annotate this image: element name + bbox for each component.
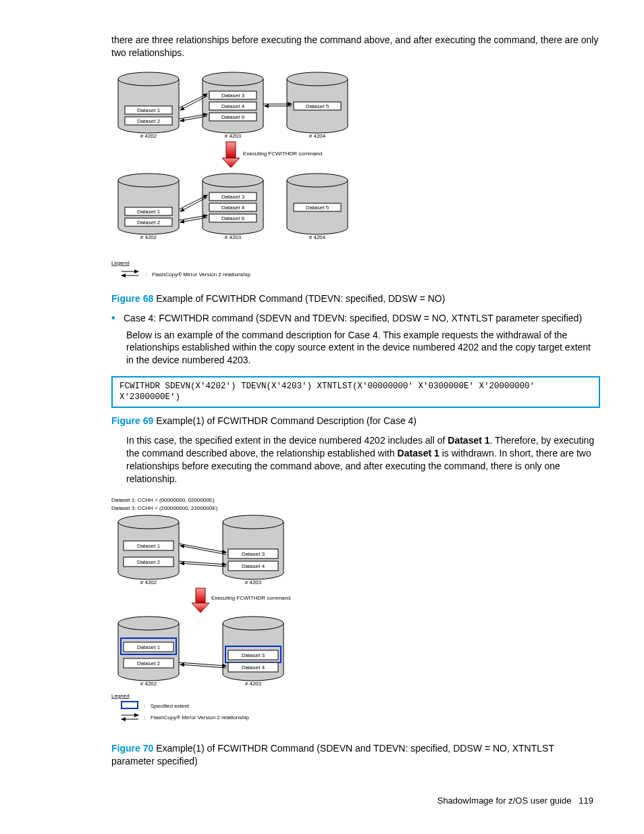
svg-text:Dataset 3: Dataset 3 [242,551,265,557]
footer-title: ShadowImage for z/OS user guide [437,796,572,806]
code-example-69: FCWITHDR SDEVN(X'4202') TDEVN(X'4203') X… [111,376,600,408]
svg-text:Dataset 5: Dataset 5 [306,103,329,109]
svg-point-93 [223,515,284,529]
svg-text:FlashCopy® Mirror Version 2 re: FlashCopy® Mirror Version 2 relationship [151,714,250,721]
svg-text:# 4204: # 4204 [309,234,326,240]
svg-point-4 [118,72,179,86]
figure-68-text: Example of FCWITHDR Command (TDEVN: spec… [156,293,445,304]
svg-point-26 [287,72,348,86]
svg-text:Dataset 1: Dataset 1 [137,644,161,650]
case4-paragraph: Below is an example of the command descr… [126,329,600,367]
svg-text:Dataset 6: Dataset 6 [221,215,245,221]
svg-text:Dataset 1: Dataset 1 [137,543,161,549]
svg-text:# 4203: # 4203 [245,681,262,687]
svg-text:Legend: Legend [111,260,130,266]
svg-text:Executing FCWITHDR command: Executing FCWITHDR command [243,151,322,157]
svg-point-109 [118,617,179,630]
figure-70-label: Figure 70 [111,743,153,754]
svg-text:Dataset 2: Dataset 2 [137,660,161,667]
svg-point-52 [203,174,263,187]
figure-69-text: Example(1) of FCWITHDR Command Descripti… [156,415,417,426]
svg-text:# 4204: # 4204 [309,133,326,139]
svg-line-100 [180,546,226,554]
svg-line-101 [179,561,226,565]
intro-paragraph: there are three relationships before exe… [111,34,600,59]
svg-text:Executing FCWITHDR command: Executing FCWITHDR command [211,595,290,601]
svg-text:Dataset 4: Dataset 4 [242,664,265,671]
svg-text:# 4202: # 4202 [140,681,157,687]
footer-page: 119 [579,796,593,806]
figure-69-caption: Figure 69 Example(1) of FCWITHDR Command… [111,415,600,427]
svg-text:Dataset 3:   CCHH = (200000000: Dataset 3: CCHH = (200000000, 2200000E) [111,505,218,511]
svg-text:Dataset 4: Dataset 4 [221,103,245,109]
bullet-icon: • [111,312,124,325]
svg-text:# 4202: # 4202 [140,234,157,240]
figure-70-caption: Figure 70 Example(1) of FCWITHDR Command… [111,742,580,768]
svg-rect-103 [196,588,205,603]
svg-rect-36 [226,142,236,158]
svg-line-128 [180,664,226,668]
svg-line-127 [179,662,226,666]
svg-text:Dataset 5: Dataset 5 [306,205,329,211]
svg-text:# 4203: # 4203 [245,579,262,585]
svg-point-120 [223,617,284,630]
svg-text::: : [145,271,146,278]
svg-line-99 [179,544,226,552]
svg-text::: : [144,714,145,721]
svg-point-14 [203,72,263,86]
mid-paragraph: In this case, the specified extent in th… [126,434,600,486]
svg-text:# 4203: # 4203 [225,234,242,240]
svg-text:Legned: Legned [111,693,130,699]
figure-68-diagram: Dataset 1 Dataset 2 # 4202 Dataset 3 Dat… [111,69,600,288]
svg-text:Dataset 3: Dataset 3 [221,194,245,200]
svg-text:# 4202: # 4202 [140,133,157,139]
svg-text:Dataset 2: Dataset 2 [137,219,161,226]
figure-68-label: Figure 68 [111,293,153,304]
svg-text:FlashCopy® Mirror Version 2 re: FlashCopy® Mirror Version 2 relationship [152,271,251,278]
svg-text:# 4202: # 4202 [140,579,157,585]
svg-text:Dataset 1: Dataset 1 [137,209,161,215]
case4-bullet-text: Case 4: FCWITHDR command (SDEVN and TDEV… [124,312,582,325]
svg-line-102 [180,563,226,567]
svg-point-42 [118,174,179,187]
svg-text:Dataset 2: Dataset 2 [137,118,161,124]
svg-text:Dataset 1:   CCHH = (00000000,: Dataset 1: CCHH = (00000000, 0200000E) [111,497,215,503]
svg-text:Dataset 3: Dataset 3 [242,652,265,658]
svg-point-64 [287,174,348,187]
svg-text:# 4203: # 4203 [225,133,242,139]
svg-text:Dataset 1: Dataset 1 [137,107,161,113]
svg-text:Dataset 6: Dataset 6 [221,114,245,120]
case4-bullet-row: • Case 4: FCWITHDR command (SDEVN and TD… [111,312,600,325]
svg-text:Specified extent: Specified extent [151,703,190,709]
svg-rect-130 [122,702,138,708]
svg-text:Dataset 2: Dataset 2 [137,559,161,565]
svg-text::: : [144,703,145,709]
svg-point-83 [118,515,179,529]
figure-68-caption: Figure 68 Example of FCWITHDR Command (T… [111,292,600,305]
figure-69-label: Figure 69 [111,415,153,426]
svg-text:Dataset 4: Dataset 4 [242,563,265,569]
svg-text:Dataset 4: Dataset 4 [221,205,245,211]
figure-70-text: Example(1) of FCWITHDR Command (SDEVN an… [111,743,554,766]
figure-70-diagram: Dataset 1: CCHH = (00000000, 0200000E) D… [111,495,600,738]
svg-text:Dataset 3: Dataset 3 [221,93,245,99]
page-footer: ShadowImage for z/OS user guide 119 [44,795,600,807]
